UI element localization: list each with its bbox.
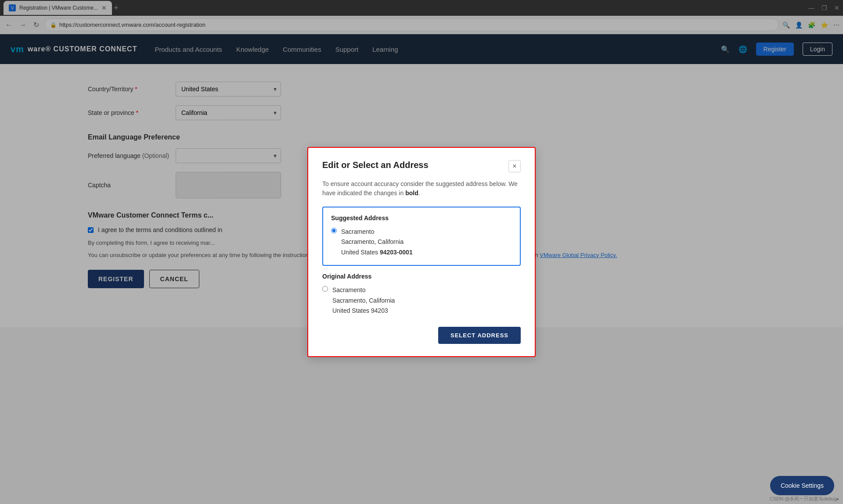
select-address-button[interactable]: SELECT ADDRESS [438,327,521,327]
address-modal: Edit or Select an Address × To ensure ac… [307,147,536,327]
suggested-label: Suggested Address [331,214,512,222]
suggested-radio[interactable] [331,228,337,233]
modal-title: Edit or Select an Address [322,160,429,170]
modal-close-button[interactable]: × [508,160,521,172]
original-line3: United States 94203 [332,306,395,317]
modal-footer: SELECT ADDRESS [322,327,521,327]
original-city: Sacramento [332,285,395,296]
suggested-city: Sacramento [341,227,413,237]
original-address-section: Original Address Sacramento Sacramento, … [322,273,521,316]
original-radio-row: Sacramento Sacramento, California United… [322,285,521,316]
original-radio[interactable] [322,286,328,292]
suggested-line2: Sacramento, California [341,237,413,247]
suggested-address-text: Sacramento Sacramento, California United… [341,227,413,258]
suggested-radio-row: Sacramento Sacramento, California United… [331,227,512,258]
original-line2: Sacramento, California [332,296,395,306]
modal-header: Edit or Select an Address × [322,160,521,172]
original-address-text: Sacramento Sacramento, California United… [332,285,395,316]
suggested-address-option[interactable]: Suggested Address Sacramento Sacramento,… [322,207,521,266]
modal-subtitle: To ensure account accuracy consider the … [322,179,521,198]
suggested-line3: United States 94203-0001 [341,247,413,258]
original-label: Original Address [322,273,521,280]
